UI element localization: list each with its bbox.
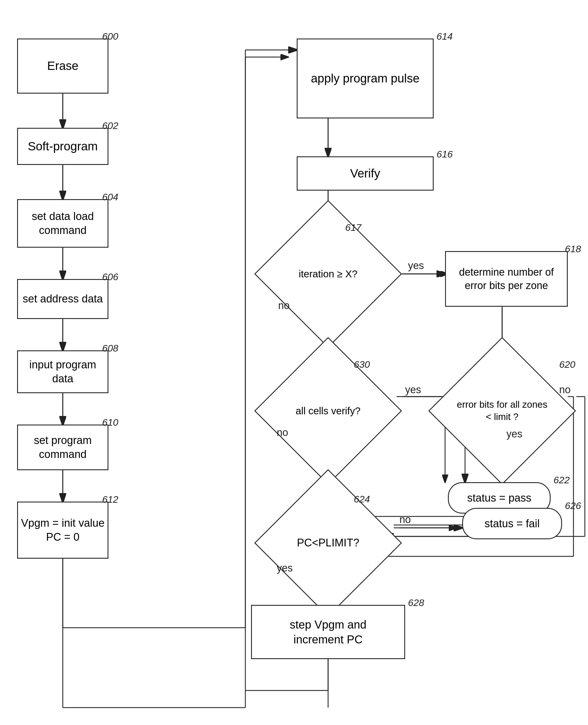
soft-program-box: Soft-program bbox=[17, 128, 108, 165]
label-614: 614 bbox=[437, 31, 453, 42]
apply-pulse-box: apply program pulse bbox=[297, 39, 434, 119]
step-vpgm-box: step Vpgm and increment PC bbox=[251, 605, 405, 659]
label-604: 604 bbox=[102, 191, 119, 203]
pc-check-container: PC<PLIMIT? bbox=[276, 491, 380, 595]
status-fail-box: status = fail bbox=[462, 508, 562, 539]
label-602: 602 bbox=[102, 120, 119, 131]
label-610: 610 bbox=[102, 417, 119, 428]
yes-pc-label: yes bbox=[277, 562, 293, 574]
no-error-bits-label: no bbox=[559, 384, 571, 396]
label-628: 628 bbox=[408, 597, 424, 608]
label-612: 612 bbox=[102, 494, 119, 505]
label-600: 600 bbox=[102, 31, 119, 42]
no-iteration-label: no bbox=[278, 299, 290, 312]
set-data-load-box: set data load command bbox=[17, 199, 108, 248]
label-606: 606 bbox=[102, 271, 119, 283]
error-bits-container: error bits for all zones < limit ? bbox=[450, 359, 554, 463]
label-617: 617 bbox=[345, 222, 361, 233]
no-pc-label: no bbox=[399, 514, 411, 525]
set-address-box: set address data bbox=[17, 279, 108, 319]
vpgm-init-box: Vpgm = init value PC = 0 bbox=[17, 502, 108, 559]
label-616: 616 bbox=[437, 149, 453, 160]
yes-iteration-label: yes bbox=[408, 260, 424, 272]
label-630: 630 bbox=[354, 359, 370, 370]
determine-errors-box: determine number of error bits per zone bbox=[445, 251, 568, 307]
iteration-check-container: iteration ≥ X? bbox=[276, 222, 380, 326]
verify-box: Verify bbox=[297, 157, 434, 191]
yes-all-cells-label: yes bbox=[405, 384, 421, 396]
label-608: 608 bbox=[102, 343, 119, 354]
input-program-box: input program data bbox=[17, 350, 108, 393]
label-622: 622 bbox=[553, 475, 570, 485]
yes-error-bits-label: yes bbox=[506, 428, 522, 440]
all-cells-container: all cells verify? bbox=[276, 359, 380, 463]
set-program-cmd-box: set program command bbox=[17, 424, 108, 470]
label-620: 620 bbox=[559, 359, 575, 370]
label-618: 618 bbox=[565, 243, 581, 254]
label-626: 626 bbox=[565, 500, 581, 511]
label-624: 624 bbox=[354, 494, 370, 505]
erase-box: Erase bbox=[17, 39, 108, 94]
no-all-cells-label: no bbox=[277, 427, 288, 438]
